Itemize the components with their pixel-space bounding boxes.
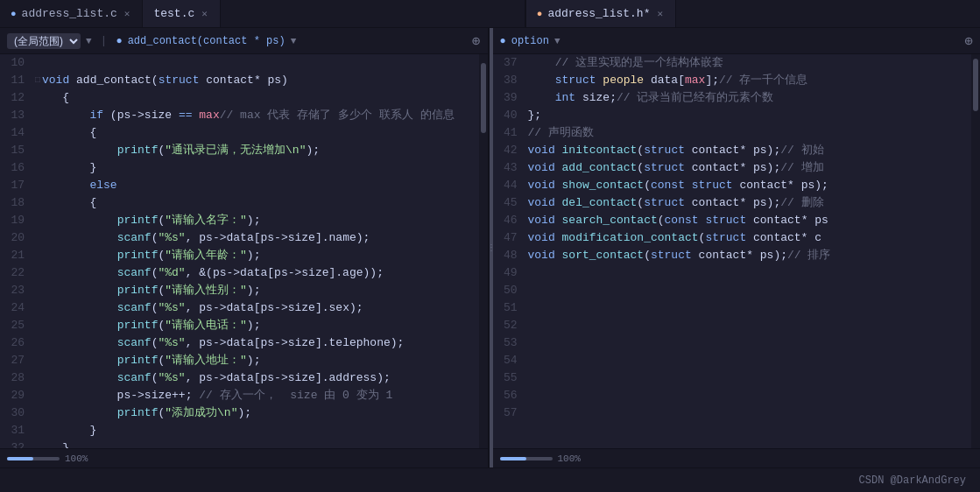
code-line: } <box>35 159 476 177</box>
left-zoom-bar: 100% <box>0 448 488 467</box>
file-icon: ● <box>11 9 17 19</box>
code-line: { <box>35 194 476 212</box>
code-line: printf("请输入电话："); <box>35 317 476 334</box>
code-line: else <box>35 177 476 194</box>
status-label: CSDN @DarkAndGrey <box>859 474 966 487</box>
code-line: // 这里实现的是一个结构体嵌套 <box>528 54 969 72</box>
left-code-content: 1011121314151617181920212223242526272829… <box>0 54 488 448</box>
tab-test-c[interactable]: test.c ✕ <box>143 0 220 27</box>
scope-selector[interactable]: (全局范围) <box>7 33 81 49</box>
code-line: scanf("%s", ps->data[ps->size].name); <box>35 229 476 247</box>
left-zoom-indicator <box>7 457 60 460</box>
right-zoom-label: 100% <box>558 453 581 464</box>
code-line: void add_contact(struct contact* ps);// … <box>528 159 969 177</box>
close-icon[interactable]: ✕ <box>123 7 132 20</box>
code-line: printf("请输入地址："); <box>35 352 476 369</box>
code-line: if (ps->size == max// max 代表 存储了 多少个 联系人… <box>35 107 476 124</box>
toolbar-arrow-right: ▼ <box>291 36 297 46</box>
code-line: void show_contact(const struct contact* … <box>528 177 969 194</box>
code-line: printf("添加成功\n"); <box>35 404 476 422</box>
code-line: void sort_contact(struct contact* ps);//… <box>528 247 969 264</box>
code-line: void modification_contact(struct contact… <box>528 229 969 247</box>
tab-label: address_list.h* <box>547 7 650 20</box>
code-line: printf("请输入名字："); <box>35 212 476 229</box>
editors-container: (全局范围) ▼ | ● add_contact(contact * ps) ▼… <box>0 28 980 467</box>
code-line: printf("请输入性别："); <box>35 282 476 299</box>
right-toolbar: ● option ▼ ⊕ <box>493 28 981 54</box>
status-bar: CSDN @DarkAndGrey <box>0 467 980 492</box>
split-handle-icon[interactable]: ⊕ <box>472 32 481 50</box>
code-line: int size;// 记录当前已经有的元素个数 <box>528 89 969 107</box>
left-scrollbar[interactable] <box>479 54 488 448</box>
code-line: } <box>35 439 476 448</box>
close-icon[interactable]: ✕ <box>655 7 665 20</box>
close-icon[interactable]: ✕ <box>200 7 209 20</box>
left-scrollbar-thumb <box>481 63 486 133</box>
code-line: printf("通讯录已满，无法增加\n"); <box>35 142 476 159</box>
code-line: struct people data[max];// 存一千个信息 <box>528 72 969 89</box>
code-line: scanf("%s", ps->data[ps->size].sex); <box>35 299 476 317</box>
code-line: scanf("%s", ps->data[ps->size].telephone… <box>35 334 476 352</box>
code-line: // 声明函数 <box>528 124 969 142</box>
file-icon-orange: ● <box>537 9 543 19</box>
code-line: □void add_contact(struct contact* ps) <box>35 72 476 89</box>
code-line: void initcontact(struct contact* ps);// … <box>528 142 969 159</box>
code-line: printf("请输入年龄："); <box>35 247 476 264</box>
left-editor-pane: (全局范围) ▼ | ● add_contact(contact * ps) ▼… <box>0 28 490 467</box>
left-line-numbers: 1011121314151617181920212223242526272829… <box>0 54 32 448</box>
right-code-area[interactable]: // 这里实现的是一个结构体嵌套 struct people data[max]… <box>525 54 972 448</box>
tab-address-list-c[interactable]: ● address_list.c ✕ <box>0 0 143 27</box>
tab-address-list-h[interactable]: ● address_list.h* ✕ <box>525 0 676 27</box>
right-zoom-bar: 100% <box>493 448 981 467</box>
right-editor-pane: ● option ▼ ⊕ 373839404142434445464748495… <box>493 28 981 467</box>
left-code-area[interactable]: □void add_contact(struct contact* ps) { … <box>32 54 479 448</box>
fn-icon: ● <box>116 35 122 47</box>
right-scrollbar[interactable] <box>971 54 980 448</box>
left-toolbar: (全局范围) ▼ | ● add_contact(contact * ps) ▼… <box>0 28 488 54</box>
toolbar-sep: | <box>101 34 108 47</box>
code-line: { <box>35 124 476 142</box>
code-line: void search_contact(const struct contact… <box>528 212 969 229</box>
right-zoom-indicator <box>500 457 553 460</box>
fn-label: add_contact(contact * ps) <box>128 35 286 47</box>
split-handle-icon-right[interactable]: ⊕ <box>964 32 973 50</box>
code-line: } <box>35 422 476 439</box>
code-line: void del_contact(struct contact* ps);// … <box>528 194 969 212</box>
tab-bar-left: ● address_list.c ✕ test.c ✕ ● address_li… <box>0 0 980 28</box>
right-code-content: 3738394041424344454647484950515253545556… <box>493 54 981 448</box>
code-line: scanf("%s", ps->data[ps->size].address); <box>35 369 476 387</box>
code-line: }; <box>528 107 969 124</box>
fn-icon-right: ● <box>500 35 506 47</box>
code-line: ps->size++; // 存入一个， size 由 0 变为 1 <box>35 387 476 404</box>
right-scrollbar-thumb <box>973 59 978 111</box>
toolbar-arrow-left: ▼ <box>86 36 92 46</box>
code-line: scanf("%d", &(ps->data[ps->size].age)); <box>35 264 476 282</box>
code-line <box>35 54 476 72</box>
right-line-numbers: 3738394041424344454647484950515253545556… <box>493 54 525 448</box>
tab-label: address_list.c <box>22 7 117 20</box>
code-line: { <box>35 89 476 107</box>
toolbar-arrow-right2: ▼ <box>554 36 561 46</box>
fold-icon[interactable]: □ <box>35 72 40 89</box>
left-zoom-label: 100% <box>65 453 88 464</box>
fn-label-right: option <box>511 35 549 47</box>
tab-label: test.c <box>153 7 194 20</box>
